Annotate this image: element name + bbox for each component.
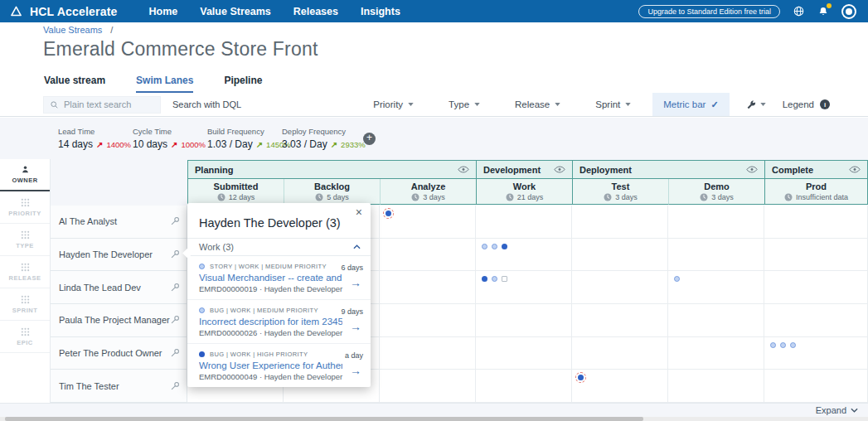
chevron-down-icon — [625, 103, 631, 106]
pin-icon[interactable] — [170, 315, 180, 325]
sidebar-item-sprint[interactable]: SPRINT — [0, 288, 50, 321]
nav-releases[interactable]: Releases — [293, 6, 338, 17]
lane-cell — [668, 304, 764, 337]
upgrade-button[interactable]: Upgrade to Standard Edition free trial — [638, 5, 780, 18]
work-item-dot-solid[interactable] — [502, 244, 507, 249]
popup-section-work[interactable]: Work (3) — [187, 238, 371, 256]
go-to-item-arrow-icon[interactable]: → — [350, 320, 361, 333]
filter-dropdown-release[interactable]: Release — [515, 99, 560, 109]
card-title-link[interactable]: Wrong User Experience for Authenticati..… — [199, 361, 342, 370]
stage-name: Analyze — [411, 181, 446, 191]
work-item-dot-selected[interactable] — [386, 210, 391, 216]
card-title-link[interactable]: Incorrect description for item 23456 — [199, 317, 342, 327]
info-icon[interactable]: i — [820, 99, 830, 109]
chevron-down-icon — [760, 103, 766, 106]
sidebar-item-release[interactable]: RELEASE — [0, 256, 50, 288]
row-label-text: Hayden The Developer — [59, 249, 153, 259]
row-label-text: Peter The Product Owner — [59, 348, 162, 358]
customize-tools-button[interactable] — [746, 99, 766, 109]
stage-name: Submitted — [214, 181, 259, 191]
metric-bar-toggle[interactable]: Metric bar ✓ — [652, 93, 729, 116]
pin-icon[interactable] — [170, 381, 180, 391]
dql-search-link[interactable]: Search with DQL — [172, 99, 241, 109]
clock-icon — [217, 193, 225, 201]
swimlane-row: Al The Analyst — [51, 206, 868, 239]
work-item-card[interactable]: STORY | WORK | MEDIUM PRIORITY6 daysVisu… — [187, 256, 371, 300]
group-label: Deployment — [579, 165, 632, 175]
work-item-dot-light[interactable] — [492, 276, 497, 282]
filter-bar: Search with DQL PriorityTypeReleaseSprin… — [0, 93, 868, 117]
filter-dropdown-priority[interactable]: Priority — [373, 99, 414, 109]
search-box[interactable] — [43, 96, 161, 114]
filter-dropdown-label: Priority — [373, 99, 403, 109]
lane-cell — [476, 304, 572, 337]
eye-icon[interactable] — [554, 166, 565, 173]
work-item-dot-light[interactable] — [770, 342, 776, 348]
expand-button[interactable]: Expand — [816, 405, 858, 415]
sidebar-item-label: SPRINT — [12, 307, 38, 314]
group-header-planning: Planning — [187, 160, 476, 179]
group-label: Complete — [772, 165, 813, 175]
metric-label: Lead Time — [58, 127, 133, 136]
sidebar-item-priority[interactable]: PRIORITY — [0, 191, 50, 224]
pin-icon[interactable] — [170, 249, 180, 259]
stage-duration: 3 days — [423, 193, 445, 201]
sidebar-item-epic[interactable]: EPIC — [0, 321, 50, 353]
globe-icon[interactable] — [792, 5, 805, 18]
popup-cards: STORY | WORK | MEDIUM PRIORITY6 daysVisu… — [187, 256, 371, 387]
work-item-card[interactable]: BUG | WORK | MEDIUM PRIORITY9 daysIncorr… — [187, 300, 371, 344]
work-item-dot-square[interactable] — [502, 276, 507, 282]
avatar[interactable] — [841, 4, 856, 19]
card-title-link[interactable]: Visual Merchandiser -- create and upda..… — [199, 273, 342, 283]
card-age: 6 days — [341, 264, 363, 272]
chevron-down-icon — [408, 103, 414, 106]
work-item-dot-solid[interactable] — [482, 276, 487, 282]
lane-cell — [572, 206, 668, 239]
work-item-dot-light[interactable] — [482, 244, 487, 249]
tab-value-stream[interactable]: Value stream — [44, 75, 105, 93]
row-label-al-the-analyst: Al The Analyst — [51, 206, 187, 239]
scrollbar-handle[interactable] — [5, 417, 643, 421]
tab-swim-lanes[interactable]: Swim Lanes — [136, 75, 193, 93]
top-bar: HCL Accelerate HomeValue StreamsReleases… — [0, 0, 868, 22]
work-item-dot-light[interactable] — [790, 342, 796, 348]
work-item-card[interactable]: BUG | WORK | HIGH PRIORITYa dayWrong Use… — [187, 344, 371, 387]
close-icon[interactable]: × — [356, 206, 362, 219]
work-item-dot-light[interactable] — [674, 276, 680, 282]
tab-pipeline[interactable]: Pipeline — [224, 75, 262, 93]
filter-dropdown-label: Type — [449, 99, 469, 109]
clock-icon — [411, 193, 419, 201]
work-item-dot-light[interactable] — [780, 342, 786, 348]
nav-home[interactable]: Home — [149, 6, 178, 17]
pin-icon[interactable] — [170, 216, 180, 226]
search-input[interactable] — [64, 99, 154, 109]
card-meta: EMRD00000049 · Hayden the Developer — [199, 372, 342, 381]
nav-value-streams[interactable]: Value Streams — [200, 6, 270, 17]
selected-ring — [383, 208, 394, 219]
go-to-item-arrow-icon[interactable]: → — [350, 364, 361, 377]
add-metric-button[interactable]: + — [363, 133, 376, 145]
lane-cell — [380, 206, 476, 239]
stage-header-test: Test3 days — [572, 179, 668, 205]
filter-dropdown-sprint[interactable]: Sprint — [595, 99, 631, 109]
pin-icon[interactable] — [170, 348, 180, 358]
eye-icon[interactable] — [849, 166, 861, 173]
nav-insights[interactable]: Insights — [361, 6, 400, 17]
main-board-area: OWNERPRIORITYTYPERELEASESPRINTEPIC Plann… — [0, 159, 868, 403]
filter-dropdown-type[interactable]: Type — [449, 99, 480, 109]
go-to-item-arrow-icon[interactable]: → — [350, 276, 361, 289]
workitems-popup: × Hayden The Developer (3) Work (3) STOR… — [187, 203, 371, 387]
eye-icon[interactable] — [458, 166, 469, 173]
owner-icon — [21, 165, 30, 174]
breadcrumb-value-streams[interactable]: Value Streams — [43, 25, 102, 35]
work-item-dot-selected[interactable] — [578, 375, 584, 380]
eye-icon[interactable] — [746, 166, 758, 173]
sidebar-item-owner[interactable]: OWNER — [0, 159, 50, 191]
stage-duration: 3 days — [615, 193, 638, 201]
notifications-bell-icon[interactable] — [817, 5, 830, 18]
priority-dot-medium — [199, 264, 205, 269]
pin-icon[interactable] — [170, 283, 180, 293]
work-item-dot-light[interactable] — [492, 244, 497, 249]
priority-dot-medium — [199, 307, 205, 313]
sidebar-item-type[interactable]: TYPE — [0, 224, 50, 256]
